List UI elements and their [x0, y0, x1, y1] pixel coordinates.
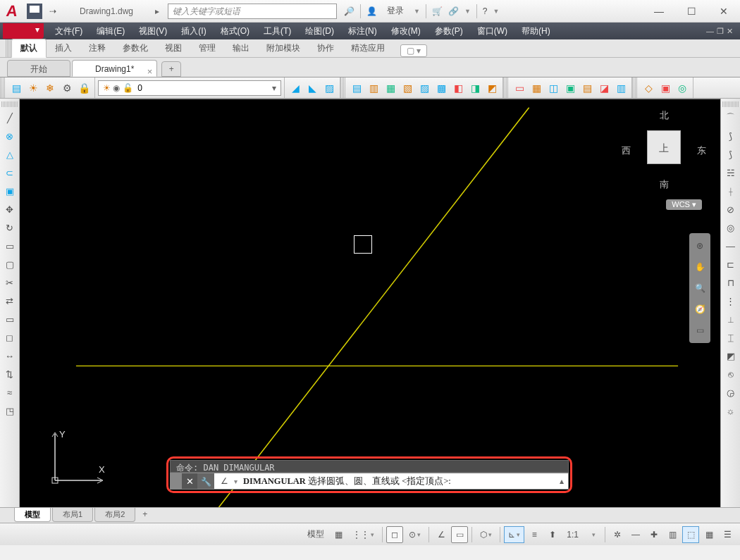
tab-output[interactable]: 输出 [224, 39, 258, 57]
dynmode-icon[interactable]: ⊾▾ [504, 526, 524, 543]
menu-help[interactable]: 帮助(H) [514, 25, 557, 37]
lay-c-icon[interactable]: ▦ [383, 80, 398, 96]
scale-icon[interactable]: ▢ [2, 256, 18, 272]
tab-manage[interactable]: 管理 [190, 39, 224, 57]
chevron-down-icon[interactable]: ▾ [272, 83, 276, 93]
viewcube-north[interactable]: 北 [660, 109, 669, 122]
cmd-settings-icon[interactable]: 🔧 [197, 473, 214, 489]
close-button[interactable]: ✕ [708, 0, 740, 23]
dash-icon[interactable]: — [627, 526, 644, 543]
search-input[interactable]: 键入关键字或短语 [168, 4, 337, 19]
tool-r10-icon[interactable]: ⊓ [723, 275, 739, 290]
3dosnap-icon[interactable]: ⬡▾ [476, 526, 496, 543]
toolbar-grabber[interactable] [1, 101, 18, 107]
tri-icon[interactable]: △ [2, 147, 18, 162]
tool-a-icon[interactable]: ▭ [512, 80, 527, 96]
viewcube-east[interactable]: 东 [697, 144, 706, 157]
tab-annotate[interactable]: 注释 [80, 39, 114, 57]
tab-collab[interactable]: 协作 [309, 39, 343, 57]
tab-default[interactable]: 默认 [11, 39, 47, 58]
drawing-canvas[interactable]: 北 南 西 东 上 WCS ▾ ⊛ ✋ 🔍 🧭 ▭ Y X 命令: DAN DI… [20, 99, 720, 507]
rect2-icon[interactable]: ▭ [2, 311, 18, 327]
multi-icon[interactable]: ⊗ [2, 128, 18, 144]
viewcube-west[interactable]: 西 [622, 144, 631, 157]
sel-icon[interactable]: ▥ [664, 526, 681, 543]
tool-r7-icon[interactable]: ◎ [723, 220, 739, 235]
line-icon[interactable]: ╱ [2, 110, 18, 125]
ortho-icon[interactable]: ◻ [386, 526, 403, 543]
lay-match-icon[interactable]: ▨ [321, 80, 337, 96]
tool-r9-icon[interactable]: ⊏ [723, 256, 739, 272]
layer-dropdown[interactable]: ☀ ◉ 🔓 0 ▾ [98, 80, 281, 96]
copy-icon[interactable]: ◻ [2, 330, 18, 345]
tool-r11-icon[interactable]: ⋮ [723, 293, 739, 309]
cmd-close-icon[interactable]: ✕ [182, 473, 197, 489]
tool-c-icon[interactable]: ◫ [545, 80, 561, 96]
binoculars-icon[interactable]: 🔎 [344, 6, 354, 16]
menu-dim[interactable]: 标注(N) [341, 25, 384, 37]
login-dd-icon[interactable]: ▼ [414, 8, 420, 15]
share-dd-icon[interactable]: ▼ [464, 8, 471, 15]
tool-g-icon[interactable]: ▥ [613, 80, 629, 96]
util-b-icon[interactable]: ▣ [658, 80, 673, 96]
cmd-expand-icon[interactable]: ▴ [555, 476, 568, 486]
util-a-icon[interactable]: ◇ [641, 80, 656, 96]
search-run-icon[interactable]: ▸ [152, 6, 162, 16]
layer-lock-icon[interactable]: 🔒 [76, 80, 92, 96]
lay-d-icon[interactable]: ▧ [400, 80, 415, 96]
command-input[interactable]: DIMANGULAR 选择圆弧、圆、直线或 <指定顶点>: [240, 475, 555, 487]
ribbon-grabber[interactable] [6, 39, 11, 57]
toolbar-grabber[interactable] [340, 77, 346, 98]
zoom-icon[interactable]: 🔍 [691, 280, 708, 297]
gear-icon[interactable]: ✲ [609, 526, 626, 543]
array-icon[interactable]: ▣ [2, 183, 18, 199]
login-button[interactable]: 登录 [383, 5, 408, 17]
menu-modify[interactable]: 修改(M) [384, 25, 428, 37]
command-line[interactable]: ✕ 🔧 ∠ ▾ DIMANGULAR 选择圆弧、圆、直线或 <指定顶点>: ▴ [170, 473, 569, 490]
spline-icon[interactable]: ≈ [2, 385, 18, 400]
tool-b-icon[interactable]: ▦ [529, 80, 544, 96]
scale-label[interactable]: 1:1 [562, 526, 583, 543]
app-menu-button[interactable] [3, 23, 44, 39]
tool-r2-icon[interactable]: ⟆ [723, 128, 739, 144]
tool-d-icon[interactable]: ▣ [562, 80, 578, 96]
lay-a-icon[interactable]: ▤ [349, 80, 364, 96]
move-icon[interactable]: ✥ [2, 201, 18, 217]
snap-icon[interactable]: ⋮⋮▾ [348, 526, 378, 543]
menu-view[interactable]: 视图(V) [132, 25, 174, 37]
menu-window[interactable]: 窗口(W) [470, 25, 514, 37]
scale-dd-icon[interactable]: ▾ [584, 526, 601, 543]
app-icon[interactable]: A [0, 0, 24, 23]
lay-g-icon[interactable]: ◧ [450, 80, 466, 96]
mirror-icon[interactable]: ↔ [2, 348, 18, 363]
toolbar-grabber[interactable] [503, 77, 509, 98]
tab-insert[interactable]: 插入 [47, 39, 80, 57]
tab-parametric[interactable]: 参数化 [114, 39, 156, 57]
lay-e-icon[interactable]: ▨ [417, 80, 432, 96]
mdi-close-icon[interactable]: ✕ [727, 27, 733, 36]
new-tab-button[interactable]: + [161, 61, 181, 77]
toolbar-grabber[interactable] [722, 101, 739, 107]
util-c-icon[interactable]: ◎ [674, 80, 690, 96]
tool-r8-icon[interactable]: — [723, 238, 739, 254]
cross-icon[interactable]: ✚ [646, 526, 662, 543]
share-icon[interactable]: 🔗 [448, 6, 459, 16]
trim-icon[interactable]: ✂ [2, 275, 18, 290]
layer-props-icon[interactable]: ▤ [8, 80, 24, 96]
layout-tab-2[interactable]: 布局2 [94, 508, 135, 522]
maximize-button[interactable]: ☐ [675, 0, 708, 23]
tool-r13-icon[interactable]: ⌶ [723, 330, 739, 345]
toolbar-grabber[interactable] [0, 77, 6, 98]
viewcube-south[interactable]: 南 [660, 178, 669, 191]
menu-edit[interactable]: 编辑(E) [90, 25, 132, 37]
layout-tab-model[interactable]: 模型 [14, 508, 51, 522]
lay-b-icon[interactable]: ▥ [366, 80, 381, 96]
ui-icon[interactable]: ⬚ [682, 526, 699, 543]
tool-r6-icon[interactable]: ⊘ [723, 201, 739, 217]
customize-icon[interactable]: ☰ [719, 526, 736, 543]
viewcube-top[interactable]: 上 [647, 130, 681, 164]
lay-h-icon[interactable]: ◨ [467, 80, 483, 96]
tab-view[interactable]: 视图 [156, 39, 190, 57]
toolbar-grabber[interactable] [632, 77, 638, 98]
pan-icon[interactable]: ✋ [691, 259, 708, 275]
